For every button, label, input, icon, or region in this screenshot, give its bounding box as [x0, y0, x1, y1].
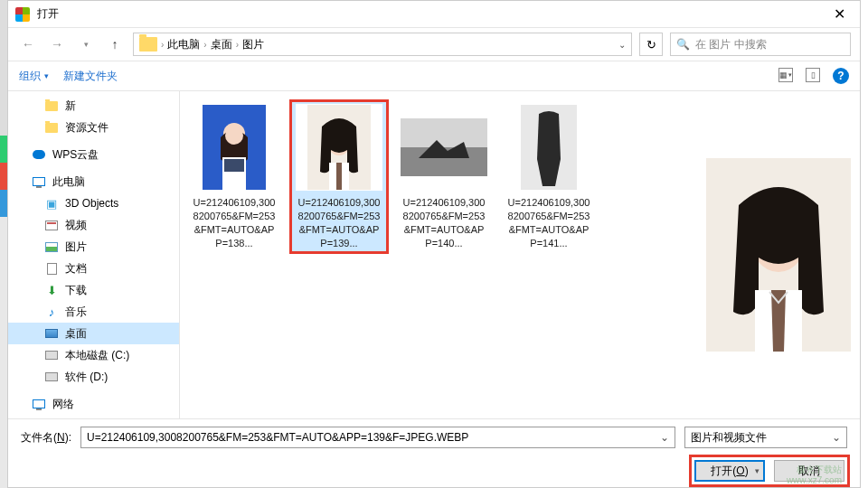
svg-rect-8	[401, 118, 487, 147]
folder-icon	[139, 37, 157, 52]
breadcrumb-pictures[interactable]: 图片	[242, 37, 264, 52]
picasa-icon	[15, 7, 30, 22]
picture-icon	[45, 242, 58, 252]
dialog-title: 打开	[37, 6, 826, 22]
sidebar-item-disk-c[interactable]: 本地磁盘 (C:)	[8, 344, 179, 366]
video-icon	[45, 221, 58, 230]
folder-icon	[45, 101, 58, 111]
titlebar: 打开 ✕	[8, 1, 860, 28]
svg-rect-4	[224, 159, 244, 172]
thumbnail	[401, 104, 487, 191]
sidebar: 新 资源文件 WPS云盘 此电脑 ▣3D Objects 视频 图片 文档 ⬇下…	[8, 91, 180, 418]
file-type-filter[interactable]: 图片和视频文件 ⌄	[684, 427, 847, 448]
refresh-button[interactable]: ↻	[639, 33, 663, 56]
sidebar-item-pictures[interactable]: 图片	[8, 236, 179, 258]
toolbar: 组织▾ 新建文件夹 ▦▾ ▯ ?	[8, 61, 860, 91]
sidebar-item-video[interactable]: 视频	[8, 214, 179, 236]
open-button[interactable]: 打开(O)▾	[694, 460, 765, 482]
sidebar-item-new[interactable]: 新	[8, 95, 179, 117]
search-icon: 🔍	[676, 38, 690, 51]
open-dialog: 打开 ✕ ← → ▾ ↑ › 此电脑 › 桌面 › 图片 ⌄ ↻ 🔍 在 图片 …	[7, 0, 861, 488]
desktop-icon	[45, 329, 58, 338]
up-button[interactable]: ↑	[104, 33, 126, 55]
view-mode-button[interactable]: ▦▾	[778, 68, 793, 82]
chevron-down-icon: ⌄	[832, 431, 841, 444]
chevron-down-icon[interactable]: ⌄	[618, 40, 626, 50]
thumbnail	[296, 104, 382, 191]
forward-button: →	[46, 33, 68, 55]
thumbnail	[505, 104, 592, 191]
file-item[interactable]: U=212406109,3008200765&FM=253&FMT=AUTO&A…	[185, 100, 283, 253]
preview-pane-button[interactable]: ▯	[806, 68, 820, 82]
navbar: ← → ▾ ↑ › 此电脑 › 桌面 › 图片 ⌄ ↻ 🔍 在 图片 中搜索	[8, 28, 860, 61]
sidebar-item-desktop[interactable]: 桌面	[8, 323, 179, 344]
disk-icon	[45, 351, 58, 360]
file-name: U=212406109,3008200765&FM=253&FMT=AUTO&A…	[399, 196, 489, 249]
recent-dropdown[interactable]: ▾	[75, 33, 97, 55]
file-item[interactable]: U=212406109,3008200765&FM=253&FMT=AUTO&A…	[500, 100, 598, 253]
filename-label: 文件名(N):	[21, 430, 71, 446]
file-name: U=212406109,3008200765&FM=253&FMT=AUTO&A…	[504, 196, 594, 249]
file-name: U=212406109,3008200765&FM=253&FMT=AUTO&A…	[294, 196, 384, 249]
sidebar-item-wps[interactable]: WPS云盘	[8, 144, 179, 165]
sidebar-item-pc[interactable]: 此电脑	[8, 171, 179, 192]
cube-icon: ▣	[44, 196, 59, 211]
search-placeholder: 在 图片 中搜索	[695, 37, 767, 52]
disk-icon	[45, 372, 58, 381]
cloud-icon	[33, 150, 45, 159]
pc-icon	[33, 177, 45, 186]
file-list: U=212406109,3008200765&FM=253&FMT=AUTO&A…	[180, 91, 697, 418]
breadcrumb-pc[interactable]: 此电脑	[167, 37, 200, 52]
thumbnail	[191, 104, 278, 191]
document-icon	[47, 263, 57, 275]
preview-pane	[697, 91, 860, 418]
cancel-button[interactable]: 取消	[774, 460, 844, 482]
file-item[interactable]: U=212406109,3008200765&FM=253&FMT=AUTO&A…	[395, 100, 493, 253]
organize-menu[interactable]: 组织▾	[19, 69, 49, 84]
chevron-right-icon: ›	[203, 40, 206, 50]
chevron-right-icon: ›	[161, 40, 164, 50]
sidebar-item-music[interactable]: ♪音乐	[8, 301, 179, 323]
sidebar-item-resources[interactable]: 资源文件	[8, 117, 179, 138]
chevron-down-icon[interactable]: ⌄	[660, 431, 669, 444]
help-icon[interactable]: ?	[833, 68, 849, 84]
breadcrumb-desktop[interactable]: 桌面	[211, 37, 232, 52]
new-folder-button[interactable]: 新建文件夹	[63, 69, 118, 84]
back-button[interactable]: ←	[17, 33, 39, 55]
chevron-right-icon: ›	[236, 40, 239, 50]
network-icon	[33, 399, 45, 408]
sidebar-item-downloads[interactable]: ⬇下载	[8, 279, 179, 301]
filename-input[interactable]: U=212406109,3008200765&FM=253&FMT=AUTO&A…	[80, 427, 675, 448]
folder-icon	[45, 123, 58, 133]
sidebar-item-network[interactable]: 网络	[8, 393, 179, 415]
close-icon[interactable]: ✕	[826, 4, 853, 24]
music-icon: ♪	[44, 305, 59, 319]
svg-point-2	[225, 127, 243, 145]
footer: 文件名(N): U=212406109,3008200765&FM=253&FM…	[8, 418, 860, 488]
file-item[interactable]: U=212406109,3008200765&FM=253&FMT=AUTO&A…	[290, 100, 388, 253]
sidebar-item-documents[interactable]: 文档	[8, 258, 179, 279]
sidebar-item-disk-d[interactable]: 软件 (D:)	[8, 366, 179, 388]
file-name: U=212406109,3008200765&FM=253&FMT=AUTO&A…	[189, 196, 279, 249]
search-input[interactable]: 🔍 在 图片 中搜索	[670, 33, 851, 56]
breadcrumb[interactable]: › 此电脑 › 桌面 › 图片 ⌄	[133, 33, 632, 56]
download-icon: ⬇	[44, 283, 59, 297]
preview-image	[706, 158, 851, 352]
sidebar-item-3d[interactable]: ▣3D Objects	[8, 192, 179, 214]
